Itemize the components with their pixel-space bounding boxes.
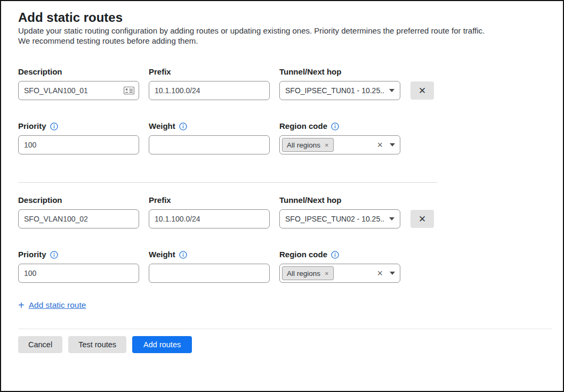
prefix-input[interactable] — [149, 81, 270, 100]
region-chip-label: All regions — [287, 141, 320, 149]
plus-icon: + — [18, 300, 25, 311]
weight-label: Weight — [149, 121, 175, 130]
recommendation-text: We recommend testing routes before addin… — [18, 36, 552, 46]
footer-divider — [18, 329, 552, 329]
clear-selection-icon[interactable]: × — [377, 140, 383, 150]
autofill-contact-card-icon[interactable] — [124, 87, 134, 95]
prefix-field: Prefix — [149, 67, 270, 100]
info-icon[interactable] — [179, 251, 187, 259]
region-chip: All regions × — [282, 266, 334, 280]
page-title: Add static routes — [18, 10, 552, 26]
weight-input[interactable] — [149, 135, 270, 154]
weight-field: Weight — [149, 121, 270, 154]
priority-field: Priority — [18, 250, 139, 283]
chevron-down-icon — [390, 143, 395, 146]
region-label: Region code — [279, 121, 327, 130]
weight-label: Weight — [149, 250, 175, 259]
info-icon[interactable] — [331, 251, 339, 259]
remove-route-button[interactable]: ✕ — [410, 210, 434, 228]
tunnel-label: Tunnel/Next hop — [279, 67, 341, 76]
description-label: Description — [18, 195, 62, 205]
priority-input[interactable] — [18, 135, 139, 154]
weight-input[interactable] — [149, 264, 270, 283]
description-input[interactable] — [18, 81, 139, 100]
region-chip: All regions × — [282, 138, 334, 152]
description-input[interactable] — [18, 209, 139, 228]
route-entry-1: Description — [18, 67, 437, 154]
test-routes-button[interactable]: Test routes — [68, 336, 126, 353]
add-static-route-row: + Add static route — [18, 300, 552, 311]
region-label: Region code — [279, 250, 327, 259]
priority-label: Priority — [18, 121, 46, 130]
tunnel-select[interactable]: SFO_IPSEC_TUN02 - 10.25... — [279, 209, 400, 228]
tunnel-select-value: SFO_IPSEC_TUN01 - 10.25... — [285, 86, 385, 95]
info-icon[interactable] — [331, 123, 339, 130]
prefix-label: Prefix — [149, 67, 171, 76]
region-chip-label: All regions — [287, 270, 320, 277]
chevron-down-icon — [389, 89, 394, 92]
add-routes-button[interactable]: Add routes — [132, 336, 192, 353]
description-field: Description — [18, 67, 139, 100]
route-entry-2: Description Prefix Tunnel/Next hop SFO_I… — [18, 195, 437, 283]
region-field: Region code All regions × × — [279, 250, 400, 283]
entry-divider — [18, 182, 437, 183]
info-icon[interactable] — [50, 123, 58, 130]
tunnel-field: Tunnel/Next hop SFO_IPSEC_TUN01 - 10.25.… — [279, 67, 400, 100]
priority-label: Priority — [18, 250, 46, 259]
prefix-label: Prefix — [149, 195, 171, 205]
add-static-routes-dialog: Add static routes Update your static rou… — [0, 0, 564, 392]
footer-actions: Cancel Test routes Add routes — [18, 336, 552, 353]
region-field: Region code All regions × × — [279, 121, 400, 154]
prefix-input[interactable] — [149, 209, 270, 228]
info-icon[interactable] — [179, 123, 187, 130]
chevron-down-icon — [390, 272, 395, 275]
chip-remove-icon[interactable]: × — [325, 270, 329, 277]
cancel-button[interactable]: Cancel — [18, 336, 62, 353]
chevron-down-icon — [389, 217, 394, 220]
info-icon[interactable] — [50, 251, 58, 259]
tunnel-label: Tunnel/Next hop — [279, 195, 341, 205]
description-label: Description — [18, 67, 62, 76]
tunnel-select[interactable]: SFO_IPSEC_TUN01 - 10.25... — [279, 81, 400, 100]
weight-field: Weight — [149, 250, 270, 283]
tunnel-field: Tunnel/Next hop SFO_IPSEC_TUN02 - 10.25.… — [279, 195, 400, 228]
chip-remove-icon[interactable]: × — [325, 142, 329, 149]
priority-input[interactable] — [18, 264, 139, 283]
region-select[interactable]: All regions × × — [279, 135, 400, 154]
description-field: Description — [18, 195, 139, 228]
remove-route-button[interactable]: ✕ — [410, 81, 434, 100]
clear-selection-icon[interactable]: × — [377, 268, 383, 278]
intro-text: Update your static routing configuration… — [18, 26, 552, 36]
prefix-field: Prefix — [149, 195, 270, 228]
add-static-route-link[interactable]: Add static route — [29, 300, 86, 310]
priority-field: Priority — [18, 121, 139, 154]
tunnel-select-value: SFO_IPSEC_TUN02 - 10.25... — [285, 215, 385, 223]
region-select[interactable]: All regions × × — [279, 264, 400, 283]
